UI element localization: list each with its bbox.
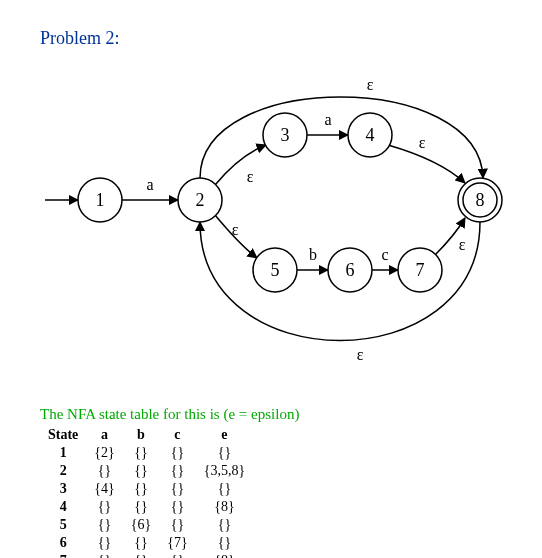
edge-2-3 bbox=[215, 145, 266, 185]
table-row: 2{}{}{}{3,5,8} bbox=[40, 462, 253, 480]
th-b: b bbox=[123, 426, 159, 444]
state-7: 7 bbox=[398, 248, 442, 292]
edge-label-1-2: a bbox=[146, 176, 153, 193]
svg-text:6: 6 bbox=[346, 260, 355, 280]
nfa-state-table: State a b c e 1{2}{}{}{} 2{}{}{}{3,5,8} … bbox=[40, 426, 253, 558]
problem-title: Problem 2: bbox=[40, 28, 120, 49]
page: Problem 2: a ε ε a ε b c ε bbox=[0, 0, 542, 558]
table-caption: The NFA state table for this is (e = eps… bbox=[40, 406, 299, 423]
table-row: 1{2}{}{}{} bbox=[40, 444, 253, 462]
table-header-row: State a b c e bbox=[40, 426, 253, 444]
edge-label-7-8: ε bbox=[459, 236, 466, 253]
table-row: 3{4}{}{}{} bbox=[40, 480, 253, 498]
table-row: 7{}{}{}{8} bbox=[40, 552, 253, 558]
edge-label-5-6: b bbox=[309, 246, 317, 263]
th-state: State bbox=[40, 426, 86, 444]
edge-label-2-8: ε bbox=[367, 76, 374, 93]
th-c: c bbox=[159, 426, 195, 444]
svg-text:7: 7 bbox=[416, 260, 425, 280]
th-a: a bbox=[86, 426, 122, 444]
edge-4-8 bbox=[388, 145, 465, 183]
svg-text:8: 8 bbox=[476, 190, 485, 210]
svg-text:3: 3 bbox=[281, 125, 290, 145]
edge-label-8-2: ε bbox=[357, 346, 364, 363]
state-6: 6 bbox=[328, 248, 372, 292]
edge-label-2-5: ε bbox=[232, 221, 239, 238]
state-1: 1 bbox=[78, 178, 122, 222]
svg-text:4: 4 bbox=[366, 125, 375, 145]
table-row: 5{}{6}{}{} bbox=[40, 516, 253, 534]
state-2: 2 bbox=[178, 178, 222, 222]
edge-label-3-4: a bbox=[324, 111, 331, 128]
nfa-diagram: a ε ε a ε b c ε ε ε 1 2 3 4 5 6 7 bbox=[30, 60, 530, 390]
table-row: 4{}{}{}{8} bbox=[40, 498, 253, 516]
state-4: 4 bbox=[348, 113, 392, 157]
edge-label-2-3: ε bbox=[247, 168, 254, 185]
svg-text:1: 1 bbox=[96, 190, 105, 210]
edge-label-6-7: c bbox=[381, 246, 388, 263]
state-8: 8 bbox=[458, 178, 502, 222]
table-row: 6{}{}{7}{} bbox=[40, 534, 253, 552]
state-5: 5 bbox=[253, 248, 297, 292]
th-e: e bbox=[196, 426, 253, 444]
svg-text:5: 5 bbox=[271, 260, 280, 280]
state-3: 3 bbox=[263, 113, 307, 157]
edge-label-4-8: ε bbox=[419, 134, 426, 151]
svg-text:2: 2 bbox=[196, 190, 205, 210]
